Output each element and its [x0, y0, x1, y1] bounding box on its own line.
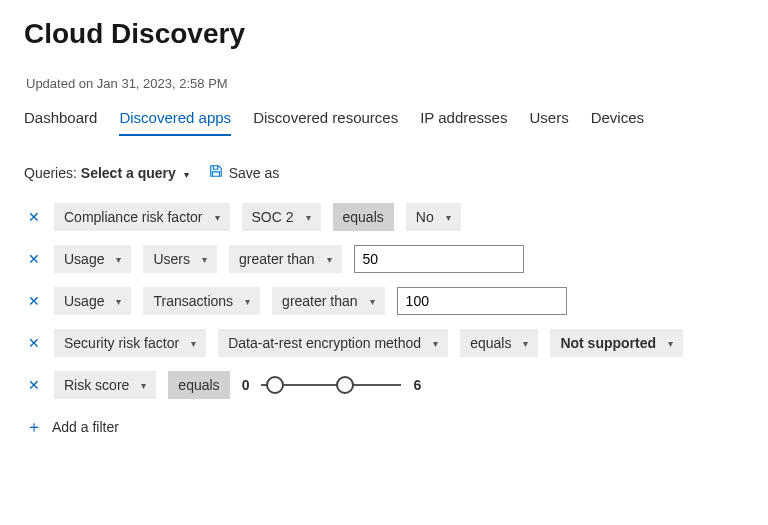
queries-label-text: Queries:: [24, 165, 77, 181]
queries-selector[interactable]: Queries: Select a query ▾: [24, 165, 189, 181]
range-slider[interactable]: [261, 377, 401, 393]
filter-row: ✕ Usage ▾ Users ▾ greater than ▾: [26, 245, 744, 273]
remove-filter-icon[interactable]: ✕: [26, 210, 42, 224]
queries-row: Queries: Select a query ▾ Save as: [24, 164, 744, 181]
filter-category-label: Usage: [64, 251, 104, 267]
filter-value-label: No: [416, 209, 434, 225]
tab-discovered-resources[interactable]: Discovered resources: [253, 105, 398, 136]
slider-thumb-low[interactable]: [266, 376, 284, 394]
chevron-down-icon: ▾: [433, 338, 438, 349]
filter-sub-label: Users: [153, 251, 190, 267]
filter-category-select[interactable]: Usage ▾: [54, 287, 131, 315]
filter-value-input[interactable]: [397, 287, 567, 315]
chevron-down-icon: ▾: [668, 338, 673, 349]
filter-operator-label: greater than: [239, 251, 315, 267]
chevron-down-icon: ▾: [215, 212, 220, 223]
chevron-down-icon: ▾: [116, 296, 121, 307]
tab-dashboard[interactable]: Dashboard: [24, 105, 97, 136]
chevron-down-icon: ▾: [191, 338, 196, 349]
filter-value-label: Not supported: [560, 335, 656, 351]
range-slider-wrap: 0 6: [242, 377, 422, 393]
filter-value-select[interactable]: No ▾: [406, 203, 461, 231]
filter-sub-select[interactable]: Transactions ▾: [143, 287, 260, 315]
page-title: Cloud Discovery: [24, 18, 744, 50]
filter-category-label: Security risk factor: [64, 335, 179, 351]
filter-operator-label: greater than: [282, 293, 358, 309]
remove-filter-icon[interactable]: ✕: [26, 294, 42, 308]
chevron-down-icon: ▾: [202, 254, 207, 265]
tab-devices[interactable]: Devices: [591, 105, 644, 136]
add-filter-button[interactable]: ＋ Add a filter: [26, 419, 744, 435]
filter-category-select[interactable]: Usage ▾: [54, 245, 131, 273]
updated-timestamp: Updated on Jan 31, 2023, 2:58 PM: [26, 76, 744, 91]
filter-category-select[interactable]: Security risk factor ▾: [54, 329, 206, 357]
filter-sub-select[interactable]: SOC 2 ▾: [242, 203, 321, 231]
filter-category-label: Risk score: [64, 377, 129, 393]
chevron-down-icon: ▾: [306, 212, 311, 223]
filter-category-select[interactable]: Compliance risk factor ▾: [54, 203, 230, 231]
filter-value-input[interactable]: [354, 245, 524, 273]
filter-sub-label: Data-at-rest encryption method: [228, 335, 421, 351]
chevron-down-icon: ▾: [446, 212, 451, 223]
chevron-down-icon: ▾: [523, 338, 528, 349]
filter-row: ✕ Usage ▾ Transactions ▾ greater than ▾: [26, 287, 744, 315]
chevron-down-icon: ▾: [141, 380, 146, 391]
filter-operator-select[interactable]: greater than ▾: [272, 287, 385, 315]
chevron-down-icon: ▾: [370, 296, 375, 307]
chevron-down-icon: ▾: [184, 169, 189, 180]
filter-row: ✕ Security risk factor ▾ Data-at-rest en…: [26, 329, 744, 357]
filter-category-select[interactable]: Risk score ▾: [54, 371, 156, 399]
filter-row: ✕ Risk score ▾ equals 0 6: [26, 371, 744, 399]
tab-ip-addresses[interactable]: IP addresses: [420, 105, 507, 136]
filter-operator-select[interactable]: greater than ▾: [229, 245, 342, 273]
tab-users[interactable]: Users: [529, 105, 568, 136]
remove-filter-icon[interactable]: ✕: [26, 336, 42, 350]
filter-category-label: Usage: [64, 293, 104, 309]
plus-icon: ＋: [26, 419, 42, 435]
queries-selected: Select a query: [81, 165, 176, 181]
save-as-button[interactable]: Save as: [209, 164, 280, 181]
filter-operator-label: equals: [178, 377, 219, 393]
range-max-label: 6: [413, 377, 421, 393]
filter-sub-label: SOC 2: [252, 209, 294, 225]
remove-filter-icon[interactable]: ✕: [26, 252, 42, 266]
save-as-label: Save as: [229, 165, 280, 181]
slider-thumb-high[interactable]: [336, 376, 354, 394]
filter-operator[interactable]: equals: [333, 203, 394, 231]
filter-operator-label: equals: [343, 209, 384, 225]
tabs: Dashboard Discovered apps Discovered res…: [24, 105, 744, 136]
filter-sub-select[interactable]: Data-at-rest encryption method ▾: [218, 329, 448, 357]
filter-category-label: Compliance risk factor: [64, 209, 203, 225]
filter-operator[interactable]: equals: [168, 371, 229, 399]
filter-operator-label: equals: [470, 335, 511, 351]
filter-value-select[interactable]: Not supported ▾: [550, 329, 683, 357]
save-icon: [209, 164, 223, 181]
filter-list: ✕ Compliance risk factor ▾ SOC 2 ▾ equal…: [24, 203, 744, 435]
range-min-label: 0: [242, 377, 250, 393]
chevron-down-icon: ▾: [245, 296, 250, 307]
chevron-down-icon: ▾: [116, 254, 121, 265]
filter-operator-select[interactable]: equals ▾: [460, 329, 538, 357]
remove-filter-icon[interactable]: ✕: [26, 378, 42, 392]
tab-discovered-apps[interactable]: Discovered apps: [119, 105, 231, 136]
filter-sub-label: Transactions: [153, 293, 233, 309]
add-filter-label: Add a filter: [52, 419, 119, 435]
filter-row: ✕ Compliance risk factor ▾ SOC 2 ▾ equal…: [26, 203, 744, 231]
chevron-down-icon: ▾: [327, 254, 332, 265]
filter-sub-select[interactable]: Users ▾: [143, 245, 217, 273]
